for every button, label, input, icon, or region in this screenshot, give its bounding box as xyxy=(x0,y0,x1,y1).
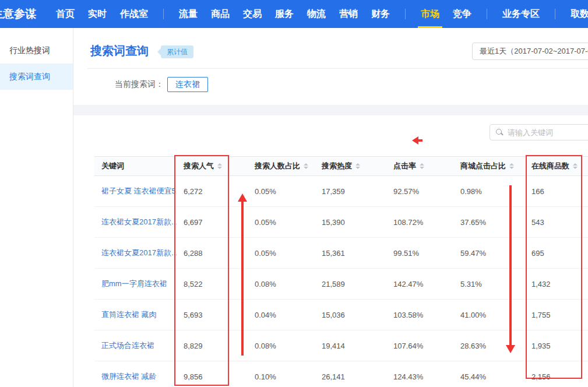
nav-item-goods[interactable]: 商品 xyxy=(211,0,230,28)
section-gap xyxy=(73,105,588,115)
sidebar-item-search-term-query[interactable]: 搜索词查询 xyxy=(0,64,73,90)
sort-icon[interactable] xyxy=(304,163,308,169)
column-header-searcher-ratio[interactable]: 搜索人数占比 xyxy=(248,161,315,171)
value-cell-click-rate: 99.51% xyxy=(386,249,453,258)
nav-item-logistics[interactable]: 物流 xyxy=(307,0,326,28)
column-label-click-rate: 点击率 xyxy=(393,161,416,171)
value-cell-online-products: 166 xyxy=(524,187,588,196)
table-row: 裙子女夏 连衣裙便宜5...6,2720.05%17,35992.57%0.98… xyxy=(94,176,588,207)
value-cell-search-popularity: 9,856 xyxy=(177,372,248,381)
nav-group: 首页实时作战室 xyxy=(56,0,148,28)
column-header-search-popularity[interactable]: 搜索人气 xyxy=(177,161,248,171)
date-range-picker[interactable]: 最近1天（2017-07-02~2017-07-02） xyxy=(472,43,588,60)
value-cell-search-heat: 21,589 xyxy=(315,280,386,289)
keyword-link[interactable]: 肥mm一字肩连衣裙 xyxy=(101,279,167,288)
sidebar-item-industry-hot-words[interactable]: 行业热搜词 xyxy=(0,37,73,64)
value-cell-mall-click-ratio: 5.31% xyxy=(453,280,524,289)
nav-divider xyxy=(555,9,555,19)
value-cell-searcher-ratio: 0.04% xyxy=(248,311,315,319)
value-cell-mall-click-ratio: 45.44% xyxy=(453,372,524,381)
keyword-link[interactable]: 裙子女夏 连衣裙便宜5... xyxy=(101,187,177,195)
column-label-mall-click-ratio: 商城点击占比 xyxy=(460,161,506,171)
value-cell-search-heat: 15,361 xyxy=(315,249,386,258)
nav-item-realtime[interactable]: 实时 xyxy=(88,0,107,28)
value-cell-online-products: 1,432 xyxy=(524,280,588,289)
nav-item-traffic[interactable]: 流量 xyxy=(179,0,198,28)
column-label-searcher-ratio: 搜索人数占比 xyxy=(255,161,300,171)
value-cell-search-heat: 19,414 xyxy=(315,342,386,350)
nav-item-market[interactable]: 市场 xyxy=(421,0,439,28)
keyword-cell: 微胖连衣裙 减龄 xyxy=(94,371,177,382)
header-divider xyxy=(87,68,588,69)
nav-divider xyxy=(163,9,164,19)
value-cell-search-popularity: 8,829 xyxy=(177,342,248,350)
table-row: 连衣裙女夏2017新款...6,6970.05%15,390108.72%37.… xyxy=(94,207,588,238)
main-content: 搜索词查询 累计值 最近1天（2017-07-02~2017-07-02） 当前… xyxy=(73,28,588,387)
keyword-link[interactable]: 直筒连衣裙 藏肉 xyxy=(101,310,157,319)
nav-item-service[interactable]: 服务 xyxy=(275,0,294,28)
value-cell-click-rate: 103.58% xyxy=(386,311,453,319)
search-terms-table: 关键词搜索人气搜索人数占比搜索热度点击率商城点击占比在线商品数 裙子女夏 连衣裙… xyxy=(94,156,588,387)
current-keyword-chip[interactable]: 连衣裙 xyxy=(167,77,208,92)
nav-item-data-extract[interactable]: 取数 xyxy=(571,0,588,28)
sort-icon[interactable] xyxy=(217,163,222,169)
value-cell-search-heat: 15,390 xyxy=(315,218,386,227)
keyword-search-input[interactable] xyxy=(508,125,588,140)
nav-item-business-zone[interactable]: 业务专区 xyxy=(502,0,540,28)
nav-groups: 首页实时作战室流量商品交易服务物流营销财务市场竞争业务专区取数 xyxy=(56,0,588,28)
sort-icon[interactable] xyxy=(355,163,360,169)
keyword-cell: 正式场合连衣裙 xyxy=(94,340,177,351)
keyword-cell: 连衣裙女夏2017新款... xyxy=(94,248,177,258)
keyword-link[interactable]: 连衣裙女夏2017新款... xyxy=(101,248,177,257)
current-search-term-label: 当前搜索词： xyxy=(115,79,164,90)
value-cell-online-products: 1,755 xyxy=(524,311,588,319)
nav-item-competition[interactable]: 竞争 xyxy=(453,0,471,28)
value-cell-search-popularity: 6,288 xyxy=(177,249,248,258)
nav-item-home[interactable]: 首页 xyxy=(56,0,75,28)
value-cell-search-heat: 15,036 xyxy=(315,311,386,319)
column-label-online-products: 在线商品数 xyxy=(531,161,569,171)
current-search-term-row: 当前搜索词： 连衣裙 xyxy=(73,76,588,93)
nav-item-trade[interactable]: 交易 xyxy=(243,0,262,28)
nav-item-war-room[interactable]: 作战室 xyxy=(120,0,148,28)
nav-divider xyxy=(405,9,406,19)
brand-logo[interactable]: 生意参谋 xyxy=(0,6,36,22)
value-cell-searcher-ratio: 0.05% xyxy=(248,218,315,227)
value-cell-searcher-ratio: 0.08% xyxy=(248,342,315,350)
column-header-click-rate[interactable]: 点击率 xyxy=(386,161,453,171)
table-panel: 关键词搜索人气搜索人数占比搜索热度点击率商城点击占比在线商品数 裙子女夏 连衣裙… xyxy=(73,115,588,387)
sort-icon[interactable] xyxy=(573,163,578,169)
keyword-link[interactable]: 微胖连衣裙 减龄 xyxy=(101,372,157,381)
value-cell-click-rate: 142.47% xyxy=(386,280,453,289)
table-row: 微胖连衣裙 减龄9,8560.10%26,141124.43%45.44%2,1… xyxy=(94,361,588,387)
sort-icon[interactable] xyxy=(509,163,514,169)
page-title: 搜索词查询 xyxy=(90,43,149,59)
keyword-link[interactable]: 连衣裙女夏2017新款... xyxy=(101,217,177,226)
sidebar: 行业热搜词搜索词查询 xyxy=(0,28,73,387)
nav-group: 业务专区 xyxy=(502,0,540,28)
value-cell-online-products: 2,156 xyxy=(524,372,588,381)
cumulative-value-badge: 累计值 xyxy=(161,45,193,58)
keyword-link[interactable]: 正式场合连衣裙 xyxy=(101,341,154,350)
table-header-row: 关键词搜索人气搜索人数占比搜索热度点击率商城点击占比在线商品数 xyxy=(94,156,588,176)
column-label-search-popularity: 搜索人气 xyxy=(184,161,214,171)
value-cell-search-popularity: 6,272 xyxy=(177,187,248,196)
table-body: 裙子女夏 连衣裙便宜5...6,2720.05%17,35992.57%0.98… xyxy=(94,176,588,387)
nav-group: 取数 xyxy=(571,0,588,28)
table-row: 直筒连衣裙 藏肉5,6930.04%15,036103.58%41.00%1,7… xyxy=(94,300,588,330)
column-header-mall-click-ratio[interactable]: 商城点击占比 xyxy=(453,161,524,171)
value-cell-click-rate: 107.64% xyxy=(386,342,453,350)
value-cell-online-products: 695 xyxy=(524,249,588,258)
column-header-search-heat[interactable]: 搜索热度 xyxy=(315,161,386,171)
nav-group: 市场竞争 xyxy=(421,0,471,28)
table-row: 连衣裙女夏2017新款...6,2880.05%15,36199.51%59.4… xyxy=(94,238,588,269)
value-cell-mall-click-ratio: 0.98% xyxy=(453,187,524,196)
top-navigation-bar: 生意参谋 首页实时作战室流量商品交易服务物流营销财务市场竞争业务专区取数 xyxy=(0,0,588,28)
nav-item-finance[interactable]: 财务 xyxy=(371,0,390,28)
value-cell-search-popularity: 5,693 xyxy=(177,311,248,319)
column-header-online-products[interactable]: 在线商品数 xyxy=(524,161,588,171)
sort-icon[interactable] xyxy=(420,163,424,169)
value-cell-online-products: 543 xyxy=(524,218,588,227)
nav-item-marketing[interactable]: 营销 xyxy=(339,0,358,28)
value-cell-search-popularity: 8,522 xyxy=(177,280,248,289)
